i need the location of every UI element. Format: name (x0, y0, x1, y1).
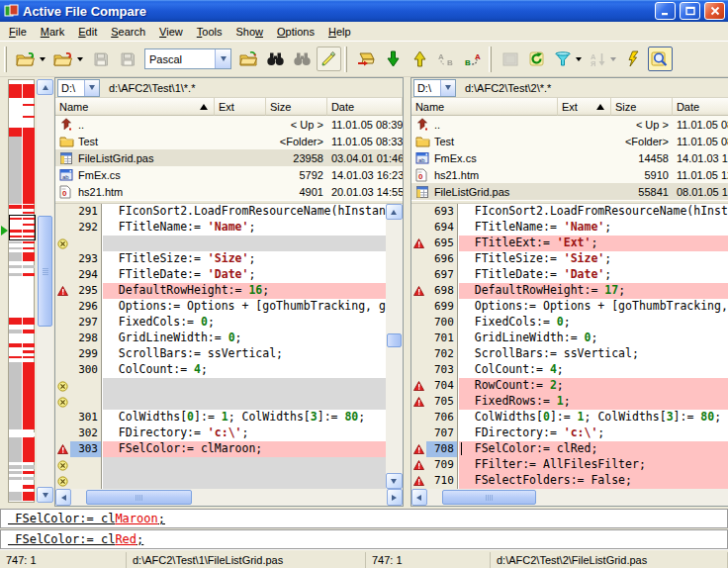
file-row[interactable]: FileListGrid.pas2395803.04.01 01:46 (55, 149, 403, 166)
pane-splitter[interactable] (404, 77, 410, 507)
dropdown-arrow-icon[interactable] (576, 57, 582, 61)
compare-files-button[interactable] (236, 47, 261, 71)
code-editor[interactable]: 693 FIconSort2.LoadFromResourceName(hIns… (411, 204, 728, 489)
code-line[interactable]: 700 FixedCols:= 0; (411, 315, 728, 331)
file-row[interactable]: ..< Up >11.01.05 08:39 (55, 116, 403, 133)
file-row[interactable]: 0hs21.htm490120.01.03 14:55 (55, 183, 403, 200)
code-line[interactable]: 300 ColCount:= 4; (55, 362, 386, 378)
scroll-track[interactable] (37, 95, 53, 487)
zoom-view-button[interactable] (648, 47, 673, 71)
scroll-left-button[interactable] (55, 489, 71, 506)
code-line[interactable] (55, 457, 386, 473)
scroll-up-button[interactable] (386, 204, 403, 220)
code-line[interactable]: 299 ScrollBars:= ssVertical; (55, 346, 386, 362)
menu-mark[interactable]: Mark (34, 23, 71, 41)
menu-show[interactable]: Show (228, 23, 270, 41)
code-line[interactable]: 707 FDirectory:= 'c:\'; (411, 426, 728, 441)
column-header-date[interactable]: Date (673, 98, 728, 116)
menu-edit[interactable]: Edit (71, 23, 104, 41)
code-line[interactable] (55, 473, 386, 489)
column-header-name[interactable]: Name (55, 98, 215, 116)
column-header-ext[interactable]: Ext (215, 98, 266, 116)
menu-view[interactable]: View (152, 23, 190, 41)
code-line[interactable]: 293 FTitleSize:= 'Size'; (55, 251, 386, 267)
difference-map[interactable] (8, 79, 35, 503)
code-line[interactable]: 291 FIconSort2.LoadFromResourceName(hIns… (55, 204, 386, 220)
drive-select-arrow[interactable] (440, 80, 455, 96)
code-line[interactable] (55, 378, 386, 394)
file-row[interactable]: Test<Folder>11.01.05 08:34 (411, 133, 728, 149)
code-line[interactable]: 303 FSelColor:= clMaroon; (55, 441, 386, 457)
open-right-file-button[interactable] (50, 47, 86, 71)
quick-diff-button[interactable] (621, 47, 646, 71)
map-viewport-box[interactable] (9, 215, 36, 240)
column-header-size[interactable]: Size (611, 98, 673, 116)
filter-button[interactable] (551, 47, 585, 71)
open-left-file-button[interactable] (13, 47, 48, 71)
drive-select-arrow[interactable] (84, 80, 99, 96)
file-row[interactable]: abFmEx.cs1445814.01.03 16:23 (411, 149, 728, 166)
file-row[interactable]: 0hs21.htm591011.01.05 12:53 (411, 166, 728, 183)
code-line[interactable]: 706 ColWidths[0]:= 1; ColWidths[3]:= 80; (411, 410, 728, 426)
file-row[interactable]: ..< Up >11.01.05 08:39 (411, 116, 728, 133)
scroll-left-button[interactable] (411, 489, 427, 506)
drive-select[interactable]: D:\ (413, 79, 456, 97)
column-header-ext[interactable]: Ext (558, 98, 611, 116)
scroll-down-button[interactable] (386, 473, 403, 489)
file-row[interactable]: abFmEx.cs579214.01.03 16:23 (55, 166, 403, 183)
file-row[interactable]: Test<Folder>11.01.05 08:33 (55, 133, 403, 149)
code-line[interactable]: 695 FTitleExt:= 'Ext'; (411, 236, 728, 251)
menu-search[interactable]: Search (104, 23, 152, 41)
code-line[interactable]: 298 GridLineWidth:= 0; (55, 331, 386, 346)
code-line[interactable]: 297 FixedCols:= 0; (55, 315, 386, 331)
code-line[interactable]: 694 FTitleName:= 'Name'; (411, 220, 728, 236)
code-line[interactable]: 698 DefaultRowHeight:= 17; (411, 283, 728, 299)
code-line[interactable]: 697 FTitleDate:= 'Date'; (411, 267, 728, 283)
scroll-track[interactable] (386, 220, 403, 473)
diff-line-right[interactable]: FSelColor:= clRed; (0, 529, 728, 549)
edit-mode-button[interactable] (317, 47, 341, 71)
scroll-track[interactable] (71, 489, 387, 506)
code-vertical-scrollbar[interactable] (386, 204, 403, 489)
dropdown-arrow-icon[interactable] (77, 57, 83, 61)
code-line[interactable]: 704 RowCount:= 2; (411, 378, 728, 394)
syntax-select[interactable]: Pascal (144, 48, 231, 69)
column-header-name[interactable]: Name (411, 98, 558, 116)
scroll-thumb[interactable] (387, 333, 402, 347)
menu-tools[interactable]: Tools (190, 23, 229, 41)
refresh-button[interactable] (524, 47, 549, 71)
minimize-button[interactable] (655, 2, 676, 20)
code-line[interactable]: 708 FSelColor:= clRed; (411, 441, 728, 457)
column-header-size[interactable]: Size (266, 98, 327, 116)
dropdown-arrow-icon[interactable] (610, 57, 616, 61)
code-editor[interactable]: 291 FIconSort2.LoadFromResourceName(hIns… (55, 204, 386, 489)
file-row[interactable]: FileListGrid.pas5584108.01.05 15:48 (411, 183, 728, 200)
close-button[interactable] (704, 2, 725, 20)
diff-line-left[interactable]: FSelColor:= clMaroon; (0, 509, 728, 528)
code-line[interactable]: 699 Options:= Options + [goThumbTracking… (411, 299, 728, 315)
code-line[interactable]: 710 FSelectFolders:= False; (411, 473, 728, 489)
scroll-thumb[interactable] (86, 490, 192, 505)
code-line[interactable]: 296 Options:= Options + [goThumbTracking… (55, 299, 386, 315)
code-line[interactable] (55, 236, 386, 251)
previous-difference-button[interactable] (408, 47, 432, 71)
scroll-thumb[interactable] (38, 216, 52, 327)
menu-help[interactable]: Help (321, 23, 358, 41)
copy-b-to-a-button[interactable]: BA (461, 47, 486, 71)
map-scrollbar[interactable] (37, 79, 53, 503)
drive-select[interactable]: D:\ (57, 79, 100, 97)
scroll-track[interactable] (427, 489, 728, 506)
next-difference-button[interactable] (381, 47, 406, 71)
menu-options[interactable]: Options (270, 23, 321, 41)
syntax-select-arrow[interactable] (215, 49, 230, 68)
code-line[interactable]: 292 FTitleName:= 'Name'; (55, 220, 386, 236)
code-horizontal-scrollbar[interactable] (411, 489, 728, 506)
find-button[interactable] (263, 47, 288, 71)
code-line[interactable]: 702 ScrollBars:= ssVertical; (411, 346, 728, 362)
scroll-thumb[interactable] (442, 490, 536, 505)
code-line[interactable]: 705 FixedRows:= 1; (411, 394, 728, 410)
column-header-date[interactable]: Date (327, 98, 403, 116)
code-line[interactable]: 294 FTitleDate:= 'Date'; (55, 267, 386, 283)
maximize-button[interactable] (680, 2, 700, 20)
scroll-down-button[interactable] (37, 487, 53, 503)
